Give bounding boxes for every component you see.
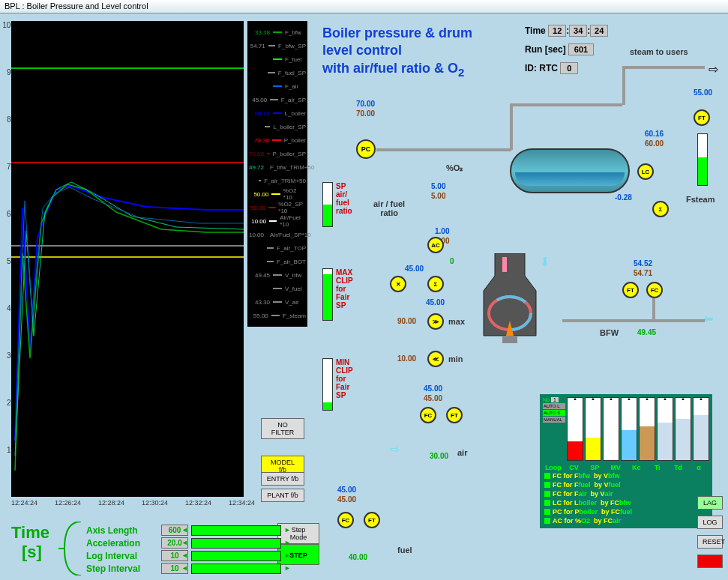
pc-instrument[interactable]: PC xyxy=(356,139,376,159)
lc-sp: 60.00 xyxy=(645,139,664,148)
log-button[interactable]: LOG xyxy=(697,516,723,529)
lc-sum-icon: Σ xyxy=(652,201,669,217)
lc-trim: -0.28 xyxy=(615,193,632,202)
manual-button[interactable]: MANUAL xyxy=(543,417,565,423)
time-display: Time 12:34:24 xyxy=(525,25,608,37)
steam-bar xyxy=(697,133,708,186)
fc-fuel-instrument[interactable]: FC xyxy=(337,512,354,528)
cold-arrow-icon: ⬇ xyxy=(540,255,550,269)
min-selector-icon: ≪ xyxy=(427,351,444,367)
sum-icon: Σ xyxy=(427,276,444,292)
sp-bar-max xyxy=(322,268,333,321)
auto2-button[interactable]: AUTO S xyxy=(543,410,565,416)
svg-rect-6 xyxy=(502,336,517,343)
mul-val: 45.00 xyxy=(405,265,424,273)
run-display: Run [sec] 601 xyxy=(525,43,594,55)
max-selector-icon: ≫ xyxy=(427,313,444,330)
id-display: ID: RTC 0 xyxy=(525,62,578,74)
min-label: min xyxy=(448,354,463,363)
log-interval-slider[interactable] xyxy=(191,551,281,561)
ft-steam-val: 55.00 xyxy=(694,88,712,97)
furnace xyxy=(480,253,540,343)
time-control: Time [s] xyxy=(11,523,49,562)
ft-steam-instrument[interactable]: FT xyxy=(694,109,710,126)
air-label: air xyxy=(457,448,467,457)
o2-sp: 5.00 xyxy=(431,182,445,190)
sp-min-label: MIN CLIP for Fair SP xyxy=(336,358,353,399)
o2-pv: 5.00 xyxy=(431,192,445,200)
acceleration-slider[interactable] xyxy=(191,538,281,549)
plant-fb-button[interactable]: PLANT f/b xyxy=(261,489,304,502)
min-limit: 10.00 xyxy=(397,354,416,363)
sp-bar-af xyxy=(322,182,333,227)
fc-air-sp: 45.00 xyxy=(424,384,442,393)
fc-fuel-sp: 45.00 xyxy=(337,486,356,494)
air-arrow-icon: ⇨ xyxy=(390,442,400,456)
steam-label: steam to users xyxy=(630,47,688,56)
lc-instrument[interactable]: LC xyxy=(637,163,654,180)
sp-bar-min xyxy=(322,358,333,411)
steam-arrow-icon: ⇨ xyxy=(709,62,718,76)
fc-bfw-pv: 54.71 xyxy=(634,269,652,277)
entry-fb-button[interactable]: ENTRY f/b xyxy=(261,472,304,486)
lag-button[interactable]: LAG xyxy=(697,496,723,510)
boiler-drum xyxy=(510,148,630,193)
fc-air-instrument[interactable]: FC xyxy=(420,407,436,423)
pc-sp: 70.00 xyxy=(356,100,375,108)
ft-air-instrument[interactable]: FT xyxy=(446,407,463,423)
hot-indicator xyxy=(502,257,507,272)
no-filter-button[interactable]: NO FILTER xyxy=(261,418,304,439)
fc-fuel-pv: 45.00 xyxy=(337,495,356,504)
step-interval-slider[interactable] xyxy=(191,564,281,574)
axis-length-slider[interactable] xyxy=(191,525,281,536)
sum-val: 45.00 xyxy=(426,298,445,306)
sp-af-label: SP air/ fuel ratio xyxy=(336,182,352,215)
af-label: air / fuelratio xyxy=(373,199,405,217)
chart-legend: 33.38F_bfw54.71F_bfw_SPF_fuelF_fuel_SPF_… xyxy=(247,21,307,327)
page-title: Boiler pressure & drumlevel control with… xyxy=(322,25,472,79)
af-sp: 1.00 xyxy=(435,227,449,235)
ac-instrument[interactable]: AC xyxy=(427,237,444,253)
multiply-icon: ✕ xyxy=(390,276,406,292)
trend-chart[interactable] xyxy=(11,21,244,497)
fc-air-pv: 45.00 xyxy=(424,394,442,402)
fc-bfw-out: 49.45 xyxy=(637,328,656,336)
loop-tuning-panel[interactable]: No 1 AUTO L AUTO S MANUAL ▲▲▲▲▲▲▲▲ LoopC… xyxy=(540,394,712,528)
fuel-label: fuel xyxy=(397,546,412,555)
ft-fuel-instrument[interactable]: FT xyxy=(364,512,380,528)
o2-label: %O₂ xyxy=(446,163,463,173)
reset-button[interactable]: RESET xyxy=(697,535,723,549)
bfw-label: BFW xyxy=(600,328,619,337)
fc-fuel-out: 40.00 xyxy=(349,553,367,561)
window-titlebar: BPL : Boiler Pressure and Level control xyxy=(0,0,728,13)
ft-bfw-instrument[interactable]: FT xyxy=(622,282,639,298)
fc-bfw-sp: 54.52 xyxy=(634,259,652,268)
lc-pv: 60.16 xyxy=(645,130,664,138)
fc-air-out: 30.00 xyxy=(430,452,448,460)
exit-button[interactable]: EXIT xyxy=(697,555,723,568)
af-zero: 0 xyxy=(450,257,454,265)
max-limit: 90.00 xyxy=(397,317,416,325)
auto-button[interactable]: AUTO L xyxy=(543,403,565,409)
pc-pv: 70.00 xyxy=(356,109,375,118)
fc-bfw-instrument[interactable]: FC xyxy=(646,282,663,298)
fsteam-label: Fsteam xyxy=(686,195,715,204)
sp-max-label: MAX CLIP for Fair SP xyxy=(336,268,353,309)
time-params: Axis Length600 Acceleration20.0 Log Inte… xyxy=(86,523,281,576)
max-label: max xyxy=(448,317,465,326)
